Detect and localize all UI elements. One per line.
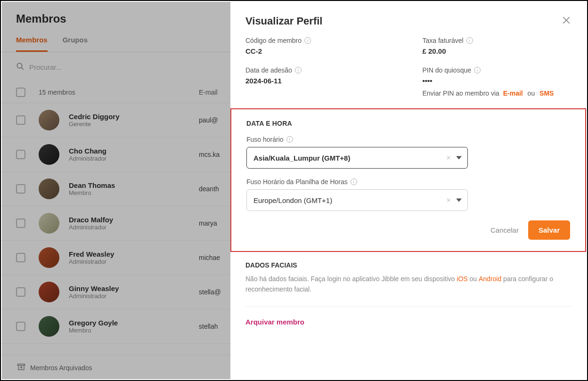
member-role: Administrador: [69, 258, 114, 265]
timesheet-timezone-select[interactable]: Europe/London (GMT+1): [246, 189, 468, 211]
timesheet-timezone-label: Fuso Horário da Planilha de Horas: [246, 178, 348, 186]
timezone-label: Fuso horário: [246, 136, 284, 143]
member-name: Draco Malfoy: [69, 216, 113, 224]
kiosk-pin-label: PIN do quiosque: [423, 66, 472, 74]
member-name: Ginny Weasley: [69, 284, 119, 292]
timezone-value: Asia/Kuala_Lumpur (GMT+8): [253, 154, 350, 162]
clear-icon[interactable]: [446, 196, 451, 204]
avatar: [39, 282, 59, 302]
join-date-label: Data de adesão: [245, 66, 292, 74]
member-role: Administrador: [69, 224, 113, 231]
member-code-label: Código de membro: [245, 37, 302, 44]
member-role: Membro: [69, 327, 118, 334]
search-icon: [16, 62, 24, 73]
send-pin-email-link[interactable]: E-mail: [503, 89, 523, 97]
ios-link[interactable]: iOS: [457, 275, 467, 283]
info-icon[interactable]: i: [466, 37, 473, 44]
send-pin-prefix: Enviar PIN ao membro via: [423, 89, 499, 97]
search-input[interactable]: [29, 63, 105, 71]
archive-icon: [17, 363, 25, 373]
archive-member-link[interactable]: Arquivar membro: [245, 318, 571, 326]
row-checkbox[interactable]: [16, 219, 25, 228]
avatar: [39, 316, 59, 337]
member-code-value: CC-2: [245, 47, 394, 55]
select-all-checkbox[interactable]: [16, 88, 25, 97]
svg-point-0: [17, 63, 22, 68]
row-checkbox[interactable]: [16, 184, 25, 194]
member-role: Administrador: [69, 155, 106, 162]
row-checkbox[interactable]: [16, 322, 25, 331]
send-pin-or: ou: [528, 89, 535, 97]
facial-data-text: Não há dados faciais. Faça login no apli…: [245, 274, 571, 295]
avatar: [39, 178, 59, 199]
row-checkbox[interactable]: [16, 253, 25, 262]
billable-rate-value: £ 20.00: [423, 47, 572, 55]
save-button[interactable]: Salvar: [528, 220, 570, 240]
datetime-section: DATA E HORA Fuso horário i Asia/Kuala_Lu…: [230, 108, 586, 252]
row-checkbox[interactable]: [16, 150, 25, 159]
member-name: Cedric Diggory: [69, 113, 120, 121]
chevron-down-icon: [456, 154, 462, 162]
timezone-select[interactable]: Asia/Kuala_Lumpur (GMT+8): [246, 147, 468, 169]
info-icon[interactable]: i: [295, 67, 302, 73]
close-button[interactable]: [562, 16, 571, 27]
kiosk-pin-value: ••••: [423, 77, 572, 85]
divider: [245, 306, 571, 307]
send-pin-sms-link[interactable]: SMS: [539, 89, 554, 97]
svg-line-1: [21, 67, 24, 70]
info-icon[interactable]: i: [304, 37, 311, 44]
android-link[interactable]: Android: [479, 275, 501, 283]
archived-members-label: Membros Arquivados: [30, 364, 92, 372]
billable-rate-label: Taxa faturável: [423, 37, 464, 44]
profile-panel: Visualizar Perfil Código de membro i CC-…: [230, 2, 586, 379]
tab-groups[interactable]: Grupos: [63, 36, 88, 52]
info-icon[interactable]: i: [286, 136, 293, 143]
avatar: [39, 213, 59, 234]
row-checkbox[interactable]: [16, 287, 25, 297]
panel-title: Visualizar Perfil: [245, 15, 322, 27]
member-role: Gerente: [69, 121, 120, 128]
clear-icon[interactable]: [446, 154, 451, 162]
member-name: Fred Weasley: [69, 250, 114, 258]
avatar: [39, 247, 59, 268]
member-name: Gregory Goyle: [69, 319, 118, 327]
row-checkbox[interactable]: [16, 115, 25, 125]
member-name: Dean Thomas: [69, 181, 115, 189]
close-icon: [562, 18, 571, 26]
datetime-title: DATA E HORA: [246, 120, 570, 127]
facial-data-title: DADOS FACIAIS: [245, 261, 571, 269]
member-role: Membro: [69, 189, 115, 196]
count-label: 15 membros: [39, 89, 199, 96]
info-icon[interactable]: i: [474, 67, 481, 73]
timesheet-timezone-value: Europe/London (GMT+1): [253, 196, 332, 204]
avatar: [39, 110, 59, 130]
avatar: [39, 144, 59, 165]
member-name: Cho Chang: [69, 147, 106, 155]
info-icon[interactable]: i: [351, 178, 357, 185]
cancel-button[interactable]: Cancelar: [490, 226, 519, 234]
tab-members[interactable]: Membros: [16, 36, 48, 52]
member-role: Administrador: [69, 292, 119, 300]
chevron-down-icon: [456, 196, 462, 204]
join-date-value: 2024-06-11: [245, 77, 394, 85]
